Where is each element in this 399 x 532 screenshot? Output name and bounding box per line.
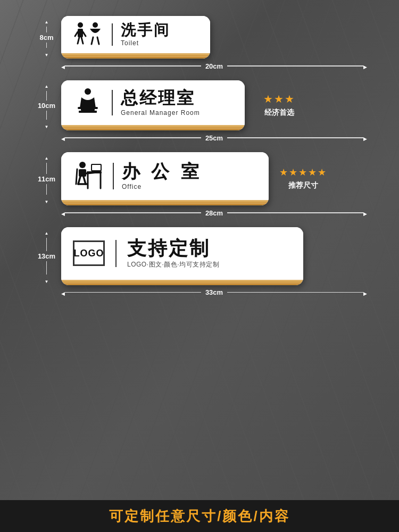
wood-strip-toilet [61,53,210,59]
manager-chinese: 总经理室 [121,89,200,107]
manager-icon-area [72,88,104,118]
badge-text-manager: 经济首选 [264,107,294,118]
sign-row-custom: 13cm LOGO 支持定制 LOGO·图文·颜色·均可支持定制 [32,227,367,297]
arrow-down-icon-4 [45,276,49,285]
width-label-manager: 25cm [201,134,227,142]
sign-card-toilet: 洗手间 Toilet [61,16,210,59]
width-dim-toilet: 20cm [32,61,367,71]
manager-text-area: 总经理室 General Manager Room [121,89,200,116]
arrow-up-icon-3 [45,152,49,162]
manager-icon [73,88,102,118]
arrow-right-icon-2 [363,133,367,143]
toilet-text-area: 洗手间 Toilet [121,22,170,47]
stars-office: ★★★★★ [279,167,327,178]
arrow-left-icon [61,61,65,71]
height-label-office: 11cm [38,175,55,183]
toilet-chinese: 洗手间 [121,22,170,39]
height-label-custom: 13cm [38,252,55,260]
wood-strip-custom [61,280,303,285]
arrow-right-icon-4 [363,288,367,297]
svg-line-20 [76,169,77,184]
height-dim-manager: 10cm [32,80,61,130]
office-icon [72,161,105,192]
manager-english: General Manager Room [121,109,200,117]
sign-card-custom: LOGO 支持定制 LOGO·图文·颜色·均可支持定制 [61,227,303,285]
arrow-up-icon-4 [45,227,49,237]
svg-line-4 [78,37,79,44]
svg-rect-13 [92,107,98,109]
svg-point-6 [93,22,98,28]
wood-strip-office [61,200,269,205]
svg-rect-12 [78,107,84,109]
banner-text: 可定制任意尺寸/颜色/内容 [109,507,289,526]
custom-chinese: 支持定制 [127,238,219,259]
height-label-manager: 10cm [38,102,55,110]
sign-card-office: 办 公 室 Office [61,152,269,205]
svg-line-7 [92,37,93,44]
sign-row-manager: 10cm [32,80,367,143]
svg-point-0 [78,22,83,28]
svg-rect-15 [79,169,86,177]
arrow-down-icon [45,49,49,59]
stars-manager: ★★★ [263,93,295,105]
arrow-right-icon-3 [363,208,367,218]
sign-card-manager: 总经理室 General Manager Room [61,80,245,130]
width-dim-custom: 33cm [32,288,367,297]
arrow-down-icon-2 [45,121,49,130]
width-label-office: 28cm [201,209,227,217]
sign-row-office: 11cm [32,152,367,218]
svg-line-5 [81,37,83,44]
svg-rect-21 [87,171,102,173]
office-icon-area [72,161,105,192]
width-dim-office: 28cm [32,208,367,218]
arrow-right-icon [363,61,367,71]
height-label-toilet: 8cm [39,34,53,41]
arrow-down-icon-3 [45,196,49,205]
office-text-area: 办 公 室 Office [122,162,202,190]
toilet-icon [73,21,103,48]
custom-sub: LOGO·图文·颜色·均可支持定制 [127,260,219,269]
svg-point-14 [79,162,86,168]
badge-text-office: 推荐尺寸 [288,180,318,191]
height-dim-toilet: 8cm [32,16,61,59]
width-label-toilet: 20cm [201,62,227,70]
badge-manager: ★★★ 经济首选 [250,93,303,118]
svg-line-3 [83,32,86,36]
arrow-left-icon-2 [61,133,65,143]
badge-office: ★★★★★ 推荐尺寸 [274,167,327,191]
bottom-banner: 可定制任意尺寸/颜色/内容 [0,500,399,532]
svg-rect-11 [79,111,97,113]
sign-row-toilet: 8cm [32,16,367,71]
wood-strip-manager [61,125,245,130]
svg-line-8 [97,37,99,44]
svg-rect-1 [78,29,83,37]
logo-box: LOGO [73,240,105,266]
custom-text-area: 支持定制 LOGO·图文·颜色·均可支持定制 [127,238,219,269]
arrow-up-icon [45,16,49,26]
height-dim-custom: 13cm [32,227,61,285]
custom-icon-area: LOGO [73,240,105,266]
svg-point-9 [85,88,91,95]
arrow-left-icon-4 [61,288,65,297]
svg-rect-23 [92,165,101,170]
svg-rect-24 [95,171,97,173]
height-dim-office: 11cm [32,152,61,205]
arrow-left-icon-3 [61,208,65,218]
office-chinese: 办 公 室 [122,162,202,181]
toilet-icon-area [72,21,104,48]
svg-line-2 [75,32,78,36]
width-dim-manager: 25cm [32,133,367,143]
office-english: Office [122,183,202,190]
arrow-up-icon-2 [45,80,49,90]
width-label-custom: 33cm [201,288,227,296]
toilet-english: Toilet [121,39,170,47]
